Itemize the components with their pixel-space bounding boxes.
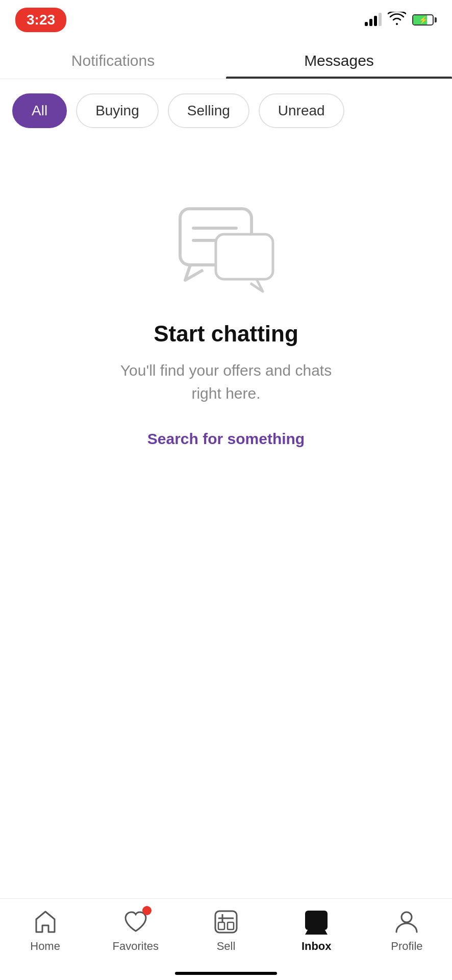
home-icon <box>32 908 59 936</box>
tab-notifications[interactable]: Notifications <box>0 41 226 79</box>
profile-icon <box>393 908 420 936</box>
nav-home-label: Home <box>30 940 60 953</box>
home-indicator <box>175 972 277 975</box>
favorites-badge <box>142 906 152 915</box>
nav-favorites-label: Favorites <box>113 940 159 953</box>
chat-illustration <box>175 204 277 296</box>
status-icons: ⚡ <box>365 11 437 29</box>
sell-icon <box>212 908 240 936</box>
empty-state: Start chatting You'll find your offers a… <box>0 173 452 478</box>
status-time: 3:23 <box>15 8 66 32</box>
wifi-icon <box>388 11 406 29</box>
nav-profile[interactable]: Profile <box>362 908 452 953</box>
filter-all[interactable]: All <box>12 93 67 128</box>
nav-profile-label: Profile <box>391 940 422 953</box>
svg-rect-7 <box>218 922 224 929</box>
empty-title: Start chatting <box>154 321 298 347</box>
filter-unread[interactable]: Unread <box>259 93 344 128</box>
nav-sell[interactable]: Sell <box>181 908 271 953</box>
bottom-nav: Home Favorites Sell <box>0 898 452 980</box>
svg-rect-8 <box>228 922 234 929</box>
search-link[interactable]: Search for something <box>147 430 305 448</box>
battery-icon: ⚡ <box>412 14 437 26</box>
status-bar: 3:23 ⚡ <box>0 0 452 36</box>
inbox-icon <box>303 908 330 936</box>
nav-home[interactable]: Home <box>0 908 90 953</box>
nav-inbox-label: Inbox <box>302 940 332 953</box>
filter-buying[interactable]: Buying <box>76 93 159 128</box>
tab-header: Notifications Messages <box>0 41 452 79</box>
favorites-icon <box>122 908 149 936</box>
signal-icon <box>365 14 382 26</box>
svg-rect-3 <box>216 234 273 279</box>
tab-messages[interactable]: Messages <box>226 41 452 79</box>
filter-selling[interactable]: Selling <box>168 93 249 128</box>
nav-sell-label: Sell <box>217 940 236 953</box>
nav-inbox[interactable]: Inbox <box>271 908 362 953</box>
svg-point-10 <box>401 912 412 922</box>
filter-row: All Buying Selling Unread <box>0 79 452 142</box>
empty-subtitle: You'll find your offers and chats right … <box>104 359 348 405</box>
svg-rect-9 <box>305 911 328 930</box>
nav-favorites[interactable]: Favorites <box>90 908 181 953</box>
